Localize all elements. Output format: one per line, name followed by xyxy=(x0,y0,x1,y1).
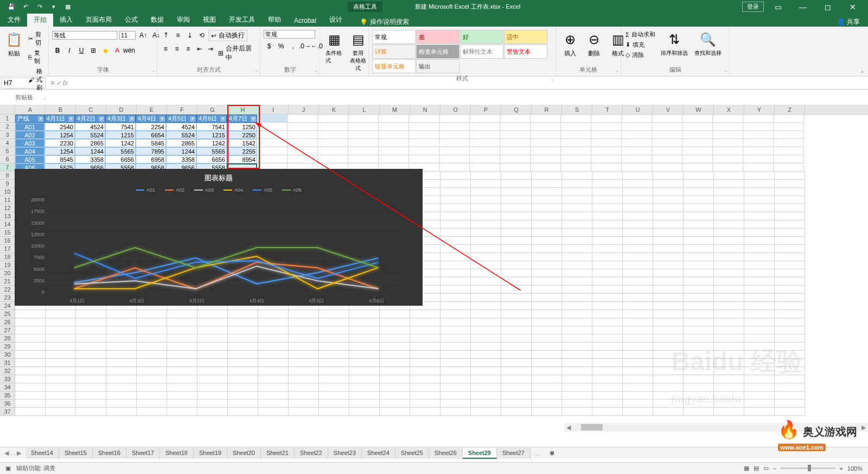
cell-X15[interactable] xyxy=(714,229,744,237)
cell-P28[interactable] xyxy=(471,334,501,343)
cell-W22[interactable] xyxy=(684,286,714,294)
cell-S26[interactable] xyxy=(562,318,592,326)
sheet-nav-next-icon[interactable]: ▶ xyxy=(17,450,21,457)
cell-A1[interactable]: 产线▾ xyxy=(15,115,44,123)
view-page-break-icon[interactable]: ▭ xyxy=(763,465,769,472)
indent-decrease-icon[interactable]: ⇤ xyxy=(194,43,205,54)
cell-R24[interactable] xyxy=(532,302,562,310)
cell-U13[interactable] xyxy=(623,212,653,220)
cell-W4[interactable] xyxy=(682,139,713,147)
cell-Y16[interactable] xyxy=(744,237,775,245)
cell-N5[interactable] xyxy=(409,147,439,155)
cell-Z16[interactable] xyxy=(775,237,805,245)
cell-R27[interactable] xyxy=(532,326,562,334)
sort-filter-button[interactable]: ⇅排序和筛选 xyxy=(659,30,690,58)
cell-Z21[interactable] xyxy=(775,277,805,286)
ribbon-tab-审阅[interactable]: 审阅 xyxy=(170,13,196,27)
cell-H35[interactable] xyxy=(228,391,258,400)
cell-L2[interactable] xyxy=(348,123,379,131)
ribbon-options-icon[interactable]: ▭ xyxy=(767,0,789,14)
cell-X28[interactable] xyxy=(714,334,744,343)
cell-M33[interactable] xyxy=(380,375,410,383)
cell-Y27[interactable] xyxy=(744,326,775,334)
spreadsheet-grid[interactable]: ABCDEFGHIJKLMNOPQRSTUVWXYZ 1产线▾4月1日▾4月2日… xyxy=(0,105,868,441)
cell-O2[interactable] xyxy=(439,123,470,131)
cell-B34[interactable] xyxy=(46,383,76,391)
cell-Z2[interactable] xyxy=(774,123,804,131)
cell-Q2[interactable] xyxy=(500,123,531,131)
cell-N27[interactable] xyxy=(410,326,441,334)
row-header-8[interactable]: 8 xyxy=(0,172,15,180)
cell-T20[interactable] xyxy=(592,269,623,277)
cell-O21[interactable] xyxy=(441,277,471,286)
cell-H3[interactable]: 2250 xyxy=(227,131,257,139)
cell-Z31[interactable] xyxy=(775,359,805,367)
cell-Q32[interactable] xyxy=(501,367,532,375)
cell-P24[interactable] xyxy=(471,302,501,310)
cell-M2[interactable] xyxy=(379,123,409,131)
row-header-17[interactable]: 17 xyxy=(0,245,15,253)
cell-P18[interactable] xyxy=(471,253,501,261)
row-header-37[interactable]: 37 xyxy=(0,408,15,416)
row-header-26[interactable]: 26 xyxy=(0,318,15,326)
cell-U22[interactable] xyxy=(623,286,653,294)
cell-S18[interactable] xyxy=(562,253,592,261)
cell-S25[interactable] xyxy=(562,310,592,318)
cell-N31[interactable] xyxy=(410,359,441,367)
cell-T27[interactable] xyxy=(592,326,623,334)
cell-W2[interactable] xyxy=(682,123,713,131)
font-name-select[interactable] xyxy=(52,31,117,40)
cell-F6[interactable]: 3358 xyxy=(166,155,196,163)
cell-F25[interactable] xyxy=(167,310,197,318)
sheet-tab-Sheet18[interactable]: Sheet18 xyxy=(160,448,194,459)
sheet-tab-Sheet23[interactable]: Sheet23 xyxy=(328,448,362,459)
cell-S30[interactable] xyxy=(562,351,592,359)
sheet-tab-Sheet14[interactable]: Sheet14 xyxy=(25,448,59,459)
cell-B27[interactable] xyxy=(46,326,76,334)
row-header-21[interactable]: 21 xyxy=(0,277,15,286)
wrap-text-button[interactable]: ↩ 自动换行 xyxy=(208,30,247,41)
cell-J36[interactable] xyxy=(289,400,319,408)
cell-D6[interactable]: 6656 xyxy=(105,155,136,163)
cell-X31[interactable] xyxy=(714,359,744,367)
cell-J2[interactable] xyxy=(288,123,318,131)
cell-L31[interactable] xyxy=(349,359,380,367)
cell-Q13[interactable] xyxy=(501,212,532,220)
cell-J26[interactable] xyxy=(289,318,319,326)
cell-P34[interactable] xyxy=(471,383,501,391)
cell-W8[interactable] xyxy=(684,172,714,180)
sheet-tab-Sheet17[interactable]: Sheet17 xyxy=(126,448,160,459)
row-header-3[interactable]: 3 xyxy=(0,131,15,139)
cell-I33[interactable] xyxy=(258,375,289,383)
cell-Y14[interactable] xyxy=(744,220,775,229)
cell-Y15[interactable] xyxy=(744,229,775,237)
enter-formula-icon[interactable]: ✓ xyxy=(56,79,62,87)
cell-Q10[interactable] xyxy=(501,188,532,196)
cell-N25[interactable] xyxy=(410,310,441,318)
cell-N34[interactable] xyxy=(410,383,441,391)
cell-Y24[interactable] xyxy=(744,302,775,310)
sheets-more-icon[interactable]: … xyxy=(531,450,545,457)
cell-U7[interactable] xyxy=(622,163,652,172)
cell-O23[interactable] xyxy=(441,294,471,302)
cell-C30[interactable] xyxy=(76,351,106,359)
cell-Y7[interactable] xyxy=(743,163,774,172)
cell-K32[interactable] xyxy=(319,367,349,375)
cell-R16[interactable] xyxy=(532,237,562,245)
bold-icon[interactable]: B xyxy=(52,45,63,56)
cell-R1[interactable] xyxy=(531,115,561,123)
cell-W36[interactable] xyxy=(684,400,714,408)
cell-L27[interactable] xyxy=(349,326,380,334)
cell-N35[interactable] xyxy=(410,391,441,400)
cell-R22[interactable] xyxy=(532,286,562,294)
cell-V28[interactable] xyxy=(653,334,684,343)
cell-A6[interactable]: A05 xyxy=(15,155,44,163)
col-header-C[interactable]: C xyxy=(76,105,106,114)
cell-S22[interactable] xyxy=(562,286,592,294)
cell-S1[interactable] xyxy=(561,115,591,123)
cell-W3[interactable] xyxy=(682,131,713,139)
cell-I30[interactable] xyxy=(258,351,289,359)
cell-A37[interactable] xyxy=(15,408,46,416)
cell-T36[interactable] xyxy=(592,400,623,408)
cell-V22[interactable] xyxy=(653,286,684,294)
